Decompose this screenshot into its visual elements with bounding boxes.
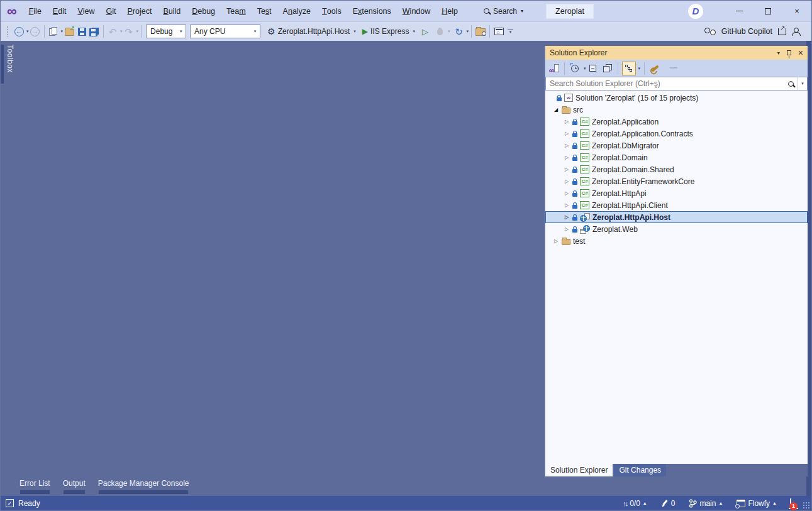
solution-name-badge[interactable]: Zeroplat xyxy=(546,4,594,19)
notifications-button[interactable]: 1 xyxy=(786,499,795,508)
maximize-button[interactable] xyxy=(754,1,782,21)
share-icon[interactable] xyxy=(778,28,786,35)
expander-icon[interactable]: ▷ xyxy=(564,179,570,184)
window-position-icon[interactable]: ▾ xyxy=(777,50,780,56)
redo-dropdown-icon[interactable]: ▾ xyxy=(136,29,139,34)
expander-icon[interactable]: ▷ xyxy=(564,119,570,124)
start-debugging-button[interactable]: ▶ IIS Express ▾ xyxy=(361,24,416,39)
tab-solution-explorer[interactable]: Solution Explorer xyxy=(545,464,613,476)
search-button[interactable] xyxy=(784,77,798,90)
web-browser-button[interactable] xyxy=(492,24,505,39)
expander-icon[interactable]: ◢ xyxy=(553,107,559,113)
expander-icon[interactable]: ▷ xyxy=(564,190,570,196)
tree-row-zeroplat-domain-shared[interactable]: ▷C#Zeroplat.Domain.Shared xyxy=(545,163,808,175)
expander-icon[interactable]: ▷ xyxy=(564,226,570,232)
switch-views-button[interactable]: ∞ xyxy=(548,62,560,75)
redo-button[interactable]: ↷ xyxy=(123,24,135,39)
tree-row-solution-zeroplat-15-of-15-projects[interactable]: ∞Solution 'Zeroplat' (15 of 15 projects) xyxy=(545,92,808,104)
hot-reload-dropdown-icon[interactable]: ▾ xyxy=(448,29,450,34)
repository-picker-button[interactable]: Flowfy ▲ xyxy=(732,496,781,510)
close-icon[interactable]: × xyxy=(798,48,803,57)
collapse-all-button[interactable] xyxy=(587,62,600,75)
expander-icon[interactable]: ▷ xyxy=(564,143,570,148)
menu-edit[interactable]: Edit xyxy=(47,1,72,21)
menu-project[interactable]: Project xyxy=(121,1,157,21)
tree-row-zeroplat-httpapi-client[interactable]: ▷C#Zeroplat.HttpApi.Client xyxy=(545,199,808,211)
menu-view[interactable]: View xyxy=(72,1,100,21)
startup-project-button[interactable]: ⚙ Zeroplat.HttpApi.Host ▾ xyxy=(266,24,357,39)
menu-analyze[interactable]: Analyze xyxy=(277,1,316,21)
navigate-back-button[interactable]: ← xyxy=(13,24,25,39)
menu-file[interactable]: File xyxy=(23,1,47,21)
navigate-forward-button[interactable]: → xyxy=(29,24,42,39)
tree-row-zeroplat-httpapi-host[interactable]: ▷Zeroplat.HttpApi.Host xyxy=(545,211,808,223)
toolbar-overflow-button[interactable]: ▾ xyxy=(508,30,513,33)
resize-grip[interactable] xyxy=(802,501,810,509)
tree-row-test[interactable]: ▷test xyxy=(545,235,808,247)
tree-row-zeroplat-application[interactable]: ▷C#Zeroplat.Application xyxy=(545,116,808,128)
toolbar-separator xyxy=(44,25,45,38)
sync-dropdown-icon[interactable]: ▾ xyxy=(638,66,641,71)
menu-debug[interactable]: Debug xyxy=(186,1,221,21)
menu-test[interactable]: Test xyxy=(252,1,277,21)
bottom-tab-output[interactable]: Output xyxy=(63,479,86,494)
undo-button[interactable]: ↶ xyxy=(106,24,119,39)
tree-row-zeroplat-domain[interactable]: ▷C#Zeroplat.Domain xyxy=(545,151,808,163)
properties-button[interactable] xyxy=(648,62,661,75)
branch-picker-button[interactable]: main ▲ xyxy=(684,496,727,510)
preview-selected-button[interactable] xyxy=(667,62,680,75)
expander-icon[interactable]: ▷ xyxy=(564,202,570,208)
feedback-person-icon[interactable] xyxy=(792,28,800,35)
menu-team[interactable]: Team xyxy=(221,1,252,21)
tree-row-src[interactable]: ◢src xyxy=(545,104,808,116)
tree-row-zeroplat-dbmigrator[interactable]: ▷C#Zeroplat.DbMigrator xyxy=(545,140,808,151)
sync-with-active-document-button[interactable] xyxy=(622,62,636,75)
title-search-button[interactable]: Search ▾ xyxy=(479,5,528,18)
hot-reload-button[interactable] xyxy=(434,24,447,39)
show-all-files-button[interactable] xyxy=(601,62,614,75)
restart-dropdown-icon[interactable]: ▾ xyxy=(466,29,469,34)
toolbar-grip[interactable] xyxy=(6,26,9,37)
tree-row-zeroplat-web[interactable]: ▷Zeroplat.Web xyxy=(545,223,808,235)
restart-button[interactable]: ↻ xyxy=(452,24,465,39)
minimize-button[interactable] xyxy=(725,1,754,21)
pending-changes-filter-button[interactable] xyxy=(569,62,581,75)
platform-combobox[interactable]: Any CPU ▾ xyxy=(190,25,260,38)
close-button[interactable]: × xyxy=(782,1,811,21)
search-input[interactable] xyxy=(546,77,784,90)
search-options-dropdown[interactable]: ▾ xyxy=(798,77,807,90)
tree-row-zeroplat-httpapi[interactable]: ▷C#Zeroplat.HttpApi xyxy=(545,187,808,199)
menu-tools[interactable]: Tools xyxy=(316,1,347,21)
save-all-button[interactable] xyxy=(88,24,101,39)
tree-row-zeroplat-application-contracts[interactable]: ▷C#Zeroplat.Application.Contracts xyxy=(545,128,808,140)
start-without-debugging-button[interactable]: ▷ xyxy=(419,24,431,39)
menu-extensions[interactable]: Extensions xyxy=(347,1,397,21)
solution-explorer-header[interactable]: Solution Explorer ▾ × xyxy=(545,46,808,60)
pending-edits-button[interactable]: 0 xyxy=(657,496,680,510)
pin-icon[interactable] xyxy=(787,50,791,55)
new-project-button[interactable] xyxy=(47,24,60,39)
toolbox-tab[interactable]: Toolbox xyxy=(1,43,16,96)
menu-git[interactable]: Git xyxy=(101,1,122,21)
configuration-combobox[interactable]: Debug ▾ xyxy=(146,25,186,38)
menu-help[interactable]: Help xyxy=(436,1,464,21)
menu-build[interactable]: Build xyxy=(157,1,186,21)
expander-icon[interactable]: ▷ xyxy=(564,214,570,220)
github-copilot-icon[interactable] xyxy=(704,28,716,35)
expander-icon[interactable]: ▷ xyxy=(564,131,570,136)
expander-icon[interactable]: ▷ xyxy=(564,167,570,172)
sync-commits-button[interactable]: ↑↓ 0/0 ▲ xyxy=(618,496,652,510)
bottom-tab-error-list[interactable]: Error List xyxy=(19,479,50,494)
expander-icon[interactable]: ▷ xyxy=(553,238,559,244)
open-file-button[interactable] xyxy=(63,24,75,39)
filter-dropdown-icon[interactable]: ▾ xyxy=(584,66,586,71)
bottom-tab-package-manager-console[interactable]: Package Manager Console xyxy=(98,479,189,494)
menu-window[interactable]: Window xyxy=(397,1,436,21)
tree-row-zeroplat-entityframeworkcore[interactable]: ▷C#Zeroplat.EntityFrameworkCore xyxy=(545,175,808,187)
github-copilot-label[interactable]: GitHub Copilot xyxy=(721,27,772,36)
tab-git-changes[interactable]: Git Changes xyxy=(614,464,666,476)
expander-icon[interactable]: ▷ xyxy=(564,155,570,160)
find-in-files-button[interactable] xyxy=(474,24,487,39)
account-avatar[interactable]: D xyxy=(688,4,703,19)
save-button[interactable] xyxy=(75,24,88,39)
